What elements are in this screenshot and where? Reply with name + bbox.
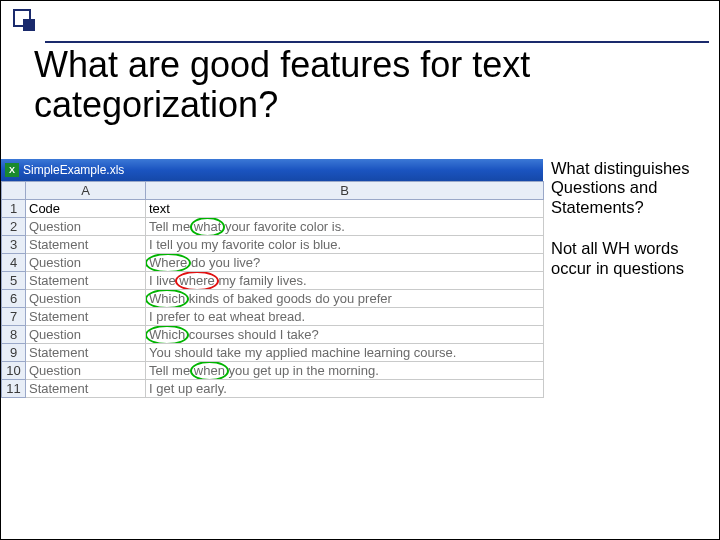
select-all-corner[interactable]: [2, 182, 26, 200]
row-header[interactable]: 9: [2, 344, 26, 362]
cell-code[interactable]: Question: [26, 362, 146, 380]
spreadsheet: A B 1 Code text 2QuestionTell me what yo…: [1, 181, 544, 398]
highlight-green: what: [194, 219, 221, 234]
cell-text[interactable]: I live where my family lives.: [146, 272, 544, 290]
slide-title: What are good features for text categori…: [34, 45, 699, 126]
cell-text[interactable]: Where do you live?: [146, 254, 544, 272]
highlight-green: Where: [149, 255, 187, 270]
cell-code[interactable]: Statement: [26, 308, 146, 326]
table-row: 7StatementI prefer to eat wheat bread.: [2, 308, 544, 326]
row-header[interactable]: 10: [2, 362, 26, 380]
row-header[interactable]: 7: [2, 308, 26, 326]
cell-text[interactable]: Which courses should I take?: [146, 326, 544, 344]
cell-text[interactable]: Tell me what your favorite color is.: [146, 218, 544, 236]
row-header[interactable]: 3: [2, 236, 26, 254]
cell-text[interactable]: You should take my applied machine learn…: [146, 344, 544, 362]
col-header-B[interactable]: B: [146, 182, 544, 200]
content-row: X SimpleExample.xls A B 1 Code text: [1, 159, 709, 398]
table-row: 11StatementI get up early.: [2, 380, 544, 398]
highlight-green: when: [194, 363, 225, 378]
cell-text[interactable]: Which kinds of baked goods do you prefer: [146, 290, 544, 308]
column-header-row: A B: [2, 182, 544, 200]
highlight-green: Which: [149, 291, 185, 306]
row-header[interactable]: 11: [2, 380, 26, 398]
row-header[interactable]: 4: [2, 254, 26, 272]
table-row: 4QuestionWhere do you live?: [2, 254, 544, 272]
slide: What are good features for text categori…: [0, 0, 720, 540]
row-header[interactable]: 8: [2, 326, 26, 344]
table-row: 2QuestionTell me what your favorite colo…: [2, 218, 544, 236]
table-row: 5StatementI live where my family lives.: [2, 272, 544, 290]
table-row: 3StatementI tell you my favorite color i…: [2, 236, 544, 254]
excel-window: X SimpleExample.xls A B 1 Code text: [1, 159, 543, 398]
col-header-A[interactable]: A: [26, 182, 146, 200]
cell-B1[interactable]: text: [146, 200, 544, 218]
excel-titlebar: X SimpleExample.xls: [1, 159, 543, 181]
title-underline: [45, 41, 709, 43]
cell-A1[interactable]: Code: [26, 200, 146, 218]
corner-decoration: [13, 9, 43, 39]
table-row: 6QuestionWhich kinds of baked goods do y…: [2, 290, 544, 308]
table-row: 9StatementYou should take my applied mac…: [2, 344, 544, 362]
row-header[interactable]: 2: [2, 218, 26, 236]
excel-filename: SimpleExample.xls: [23, 163, 124, 177]
highlight-green: Which: [149, 327, 185, 342]
excel-icon: X: [5, 163, 19, 177]
table-row: 10QuestionTell me when you get up in the…: [2, 362, 544, 380]
side-annotations: What distinguishes Questions and Stateme…: [551, 159, 709, 278]
table-row: 8QuestionWhich courses should I take?: [2, 326, 544, 344]
cell-code[interactable]: Question: [26, 326, 146, 344]
row-header[interactable]: 6: [2, 290, 26, 308]
table-row: 1 Code text: [2, 200, 544, 218]
cell-code[interactable]: Question: [26, 290, 146, 308]
cell-code[interactable]: Question: [26, 218, 146, 236]
cell-text[interactable]: Tell me when you get up in the morning.: [146, 362, 544, 380]
cell-text[interactable]: I prefer to eat wheat bread.: [146, 308, 544, 326]
cell-code[interactable]: Statement: [26, 272, 146, 290]
row-header[interactable]: 5: [2, 272, 26, 290]
cell-code[interactable]: Question: [26, 254, 146, 272]
row-header[interactable]: 1: [2, 200, 26, 218]
annotation-note: Not all WH words occur in questions: [551, 239, 709, 278]
cell-text[interactable]: I tell you my favorite color is blue.: [146, 236, 544, 254]
cell-code[interactable]: Statement: [26, 380, 146, 398]
cell-code[interactable]: Statement: [26, 344, 146, 362]
annotation-question: What distinguishes Questions and Stateme…: [551, 159, 709, 217]
highlight-red: where: [179, 273, 214, 288]
cell-code[interactable]: Statement: [26, 236, 146, 254]
cell-text[interactable]: I get up early.: [146, 380, 544, 398]
